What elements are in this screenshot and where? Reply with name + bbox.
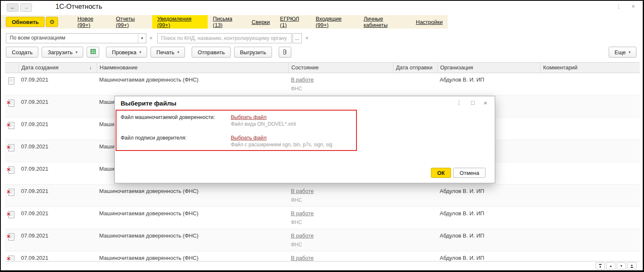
tab[interactable]: Уведомления (99+)	[152, 15, 208, 29]
tab[interactable]: Новое (99+)	[72, 15, 111, 29]
attachments-button[interactable]	[279, 47, 291, 58]
table-row[interactable]: × 07.09.2021 Машиночитаемая доверенность…	[5, 185, 640, 207]
create-button[interactable]: Создать	[6, 47, 38, 58]
chevron-down-icon: ▾	[76, 50, 78, 54]
column-header-date-created[interactable]: Дата создания ↓	[18, 63, 97, 73]
state-authority-label: ФНС	[291, 242, 393, 248]
name-cell: Машиночитаемая доверенность (ФНС)	[97, 251, 288, 261]
document-icon	[8, 77, 14, 85]
state-link[interactable]: В работе	[291, 232, 314, 239]
check-button[interactable]: Проверка ▾	[106, 47, 147, 58]
more-button[interactable]: Еще ▾	[609, 47, 636, 58]
tab-label: Письма (13)	[213, 16, 241, 28]
deletion-mark-icon: ×	[7, 166, 11, 172]
comment-cell	[540, 73, 640, 95]
table-row[interactable]: × 07.09.2021 Машиночитаемая доверенность…	[5, 229, 640, 251]
state-link[interactable]: В работе	[291, 77, 314, 83]
cancel-button[interactable]: Отмена	[453, 168, 486, 178]
window-border-left	[0, 0, 1, 272]
name-cell: Машиночитаемая доверенность (ФНС)	[97, 185, 288, 206]
export-button[interactable]: Выгрузить	[234, 47, 272, 58]
ok-button[interactable]: ОК	[431, 168, 451, 178]
tab[interactable]: Письма (13)	[208, 15, 246, 29]
date-sent-cell	[393, 251, 437, 261]
window-close-icon[interactable]: ×	[631, 3, 635, 10]
search-clear-button[interactable]: ×	[303, 33, 311, 42]
more-button-label: Еще	[615, 49, 626, 55]
deletion-mark-icon: ×	[7, 99, 11, 106]
history-forward-button[interactable]: →	[20, 3, 32, 12]
table-row[interactable]: × 07.09.2021 Машиночитаемая доверенность…	[5, 207, 640, 229]
comment-cell	[540, 229, 640, 251]
window-menu-icon[interactable]: ⋮	[616, 3, 622, 10]
table-row[interactable]: 07.09.2021 Машиночитаемая доверенность (…	[5, 73, 640, 95]
tab-label: Отчеты (99+)	[116, 16, 147, 28]
signature-file-hint: Файл с расширением sgn, bin, p7s, sign, …	[231, 142, 333, 148]
paperclip-icon	[282, 48, 288, 56]
tab[interactable]: Сверки	[247, 15, 275, 29]
tab[interactable]: Личные кабинеты	[359, 15, 411, 29]
document-icon: ×	[8, 100, 14, 107]
row-icon-cell: ×	[5, 95, 18, 117]
send-button[interactable]: Отправить	[192, 47, 230, 58]
back-arrow-icon: ←	[10, 4, 16, 11]
scroll-down-button[interactable]: ▼	[617, 262, 626, 269]
dialog-maximize-icon[interactable]: □	[471, 99, 475, 106]
scroll-up-button[interactable]: ▲	[606, 262, 615, 269]
state-link[interactable]: В работе	[291, 188, 314, 194]
chevron-down-icon[interactable]: ▾	[138, 34, 146, 43]
command-bar: Обновить ⚙ Новое (99+) Отчеты (99+) Увед…	[1, 15, 448, 29]
comment-cell	[540, 207, 640, 229]
scroll-to-bottom-button[interactable]: ▼	[627, 262, 636, 269]
scroll-to-top-button[interactable]: ▲	[596, 262, 605, 269]
document-icon: ×	[8, 122, 14, 129]
dialog-menu-icon[interactable]: ⋮	[456, 99, 462, 106]
column-header-state[interactable]: Состояние	[288, 63, 393, 73]
tab[interactable]: Настройки	[411, 15, 448, 29]
load-from-file-button[interactable]	[87, 47, 99, 58]
document-icon: ×	[8, 166, 14, 174]
tab[interactable]: Отчеты (99+)	[111, 15, 152, 29]
table-header: Дата создания ↓ Наименование Состояние Д…	[5, 62, 640, 73]
window-border-bottom	[0, 270, 644, 272]
column-header-name[interactable]: Наименование	[97, 63, 288, 73]
state-cell: В работе ФНС	[288, 185, 393, 206]
row-icon-cell	[5, 73, 18, 95]
date-created-cell: 07.09.2021	[18, 140, 97, 162]
load-button[interactable]: Загрузить ▾	[42, 47, 83, 58]
scroll-down-icon: ▼	[620, 264, 623, 267]
scroll-up-icon: ▲	[610, 264, 612, 267]
column-header-organization[interactable]: Организация	[437, 63, 540, 73]
column-header-label: Дата создания	[21, 63, 58, 73]
tab[interactable]: ЕГРЮЛ (1)	[275, 15, 311, 29]
refresh-button[interactable]: Обновить	[6, 17, 45, 27]
load-from-file-icon	[90, 48, 96, 56]
deletion-mark-icon: ×	[7, 121, 11, 128]
column-header-date-sent[interactable]: Дата отправки	[393, 63, 437, 73]
scroll-to-bottom-icon: ▼	[631, 264, 633, 268]
choose-signature-file-link[interactable]: Выбрать файл	[231, 135, 267, 141]
choose-power-of-attorney-file-link[interactable]: Выбрать файл	[231, 114, 267, 120]
check-button-label: Проверка	[112, 49, 136, 55]
organization-filter-clear-button[interactable]: ×	[147, 33, 155, 42]
search-options-button[interactable]: ...	[293, 33, 302, 43]
history-back-button[interactable]: ←	[7, 3, 18, 12]
chevron-down-icon: ▾	[140, 50, 142, 54]
row-icon-cell: ×	[5, 140, 18, 162]
date-sent-cell	[393, 207, 437, 229]
state-link[interactable]: В работе	[291, 210, 314, 217]
dialog-close-icon[interactable]: ×	[483, 99, 487, 106]
date-created-cell: 07.09.2021	[18, 162, 97, 184]
print-button[interactable]: Печать ▾	[150, 47, 185, 58]
settings-gear-button[interactable]: ⚙	[46, 17, 58, 27]
tab-label: Сверки	[252, 19, 270, 25]
tab[interactable]: Входящие (99+)	[311, 15, 359, 29]
column-header-comment[interactable]: Комментарий	[540, 63, 640, 73]
organization-filter-combobox[interactable]: По всем организациям ▾	[6, 33, 146, 43]
state-link[interactable]: В работе	[291, 255, 314, 261]
table-row[interactable]: × 07.09.2021 Машиночитаемая доверенность…	[5, 251, 640, 261]
document-icon: ×	[8, 233, 14, 240]
forward-arrow-icon: →	[24, 4, 29, 11]
search-input[interactable]	[158, 34, 291, 43]
organization-cell: Абдулов В. И. ИП	[437, 73, 540, 95]
